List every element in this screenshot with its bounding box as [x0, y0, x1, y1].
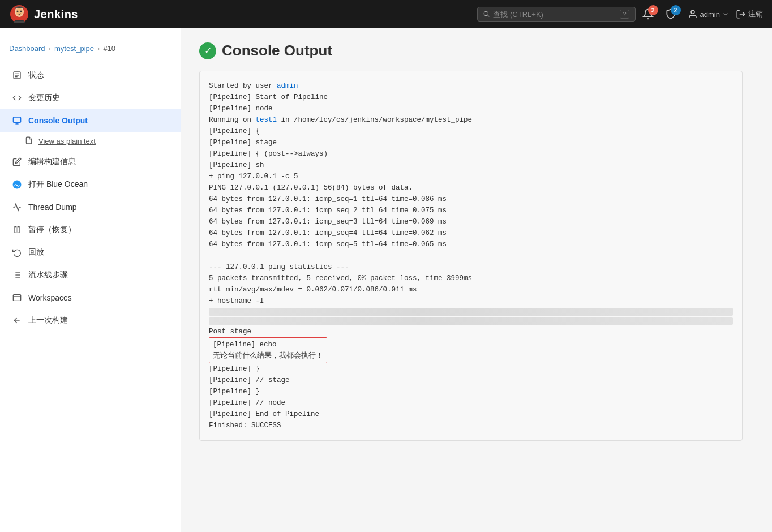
sidebar-item-workspaces-label: Workspaces: [28, 293, 72, 302]
sidebar-item-prev-build[interactable]: 上一次构建: [0, 309, 181, 332]
username-label: admin: [700, 10, 720, 19]
sidebar-item-changes[interactable]: 变更历史: [0, 87, 181, 109]
breadcrumb: Dashboard › mytest_pipe › #10: [0, 37, 181, 59]
console-blurred-1: [209, 308, 733, 316]
admin-link[interactable]: admin: [277, 82, 298, 90]
svg-line-8: [487, 15, 489, 17]
logout-icon: [736, 9, 746, 19]
sidebar-item-pause[interactable]: 暂停（恢复）: [0, 218, 181, 241]
console-line-19: Post stage: [209, 326, 733, 337]
search-icon: [483, 10, 490, 18]
steps-icon: [11, 269, 23, 281]
help-button[interactable]: ?: [620, 10, 629, 19]
console-line-21: [Pipeline] // stage: [209, 375, 733, 386]
sidebar-item-blue-ocean-label: 打开 Blue Ocean: [28, 179, 88, 190]
breadcrumb-sep-2: ›: [97, 44, 100, 53]
console-line-22: [Pipeline] }: [209, 386, 733, 397]
sidebar: Dashboard › mytest_pipe › #10 状态 变更历史: [0, 28, 181, 532]
console-line-13: 64 bytes from 127.0.0.1: icmp_seq=4 ttl=…: [209, 228, 733, 239]
echo-highlight: [Pipeline] echo无论当前什么结果，我都会执行！: [209, 337, 327, 363]
console-line-1: [Pipeline] Start of Pipeline: [209, 92, 733, 103]
console-output-box: Started by user admin [Pipeline] Start o…: [199, 71, 743, 441]
security-badge: 2: [671, 5, 681, 15]
svg-rect-20: [18, 227, 19, 233]
console-line-8: + ping 127.0.0.1 -c 5: [209, 171, 733, 182]
console-line-0: Started by user admin: [209, 80, 733, 92]
doc-icon: [25, 136, 33, 146]
console-line-23: [Pipeline] // node: [209, 397, 733, 409]
page-title: Console Output: [222, 42, 332, 59]
edit-icon: [11, 156, 23, 168]
sidebar-item-edit-build[interactable]: 编辑构建信息: [0, 151, 181, 173]
header-icons: 2 2 admin 注销: [642, 8, 763, 20]
svg-rect-19: [15, 227, 16, 233]
svg-point-18: [13, 181, 22, 189]
sidebar-item-status[interactable]: 状态: [0, 64, 181, 87]
console-line-2: [Pipeline] node: [209, 103, 733, 114]
page-title-row: ✓ Console Output: [199, 42, 754, 59]
header: Jenkins ? 2 2 admin 注销: [0, 0, 772, 28]
svg-point-3: [17, 11, 19, 12]
notifications-button[interactable]: 2: [642, 8, 654, 20]
svg-point-9: [691, 10, 694, 14]
jenkins-logo-icon: [9, 4, 29, 24]
console-line-25: Finished: SUCCESS: [209, 420, 733, 431]
user-menu[interactable]: admin: [688, 9, 729, 19]
sidebar-item-edit-label: 编辑构建信息: [28, 157, 76, 167]
file-icon: [11, 70, 23, 81]
console-line-9: PING 127.0.0.1 (127.0.0.1) 56(84) bytes …: [209, 182, 733, 194]
pause-icon: [11, 224, 23, 235]
breadcrumb-pipe[interactable]: mytest_pipe: [54, 44, 94, 53]
console-line-7: [Pipeline] sh: [209, 160, 733, 171]
thread-icon: [11, 201, 23, 213]
sidebar-item-plaintext[interactable]: View as plain text: [0, 132, 181, 151]
blue-ocean-icon: [11, 179, 23, 190]
sidebar-item-pause-label: 暂停（恢复）: [28, 225, 76, 235]
console-icon: [11, 115, 23, 126]
sidebar-item-console[interactable]: Console Output: [0, 109, 181, 132]
sidebar-item-status-label: 状态: [28, 70, 44, 80]
sidebar-item-console-label: Console Output: [28, 116, 88, 125]
code-icon: [11, 92, 23, 104]
breadcrumb-sep-1: ›: [49, 44, 51, 53]
sidebar-nav: 状态 变更历史 Console Output View as plain tex…: [0, 64, 181, 332]
console-line-echo: [Pipeline] echo无论当前什么结果，我都会执行！: [209, 337, 733, 363]
search-bar[interactable]: ?: [477, 7, 636, 22]
sidebar-item-pipeline-steps[interactable]: 流水线步骤: [0, 264, 181, 286]
logout-label: 注销: [748, 9, 763, 19]
console-line-4: [Pipeline] {: [209, 126, 733, 137]
svg-rect-6: [14, 21, 25, 23]
breadcrumb-dashboard[interactable]: Dashboard: [9, 44, 45, 53]
sidebar-item-prev-label: 上一次构建: [28, 315, 68, 325]
svg-point-7: [484, 11, 488, 15]
console-line-17: rtt min/avg/max/mdev = 0.062/0.071/0.086…: [209, 284, 733, 295]
chevron-down-icon: [722, 11, 729, 18]
sidebar-item-thread-dump[interactable]: Thread Dump: [0, 196, 181, 218]
layout: Dashboard › mytest_pipe › #10 状态 变更历史: [0, 28, 772, 532]
sidebar-item-plaintext-label: View as plain text: [38, 137, 96, 145]
sidebar-item-replay[interactable]: 回放: [0, 241, 181, 264]
sidebar-item-workspaces[interactable]: Workspaces: [0, 286, 181, 309]
svg-rect-27: [13, 295, 20, 301]
console-line-24: [Pipeline] End of Pipeline: [209, 409, 733, 420]
logout-button[interactable]: 注销: [736, 9, 763, 19]
sidebar-item-thread-label: Thread Dump: [28, 203, 77, 212]
success-icon: ✓: [199, 42, 216, 59]
console-line-blank: [209, 250, 733, 261]
sidebar-item-blue-ocean[interactable]: 打开 Blue Ocean: [0, 173, 181, 196]
console-line-15: --- 127.0.0.1 ping statistics ---: [209, 261, 733, 273]
console-line-16: 5 packets transmitted, 5 received, 0% pa…: [209, 273, 733, 284]
svg-rect-15: [13, 117, 20, 122]
console-line-12: 64 bytes from 127.0.0.1: icmp_seq=3 ttl=…: [209, 216, 733, 228]
jenkins-logo-link[interactable]: Jenkins: [9, 4, 78, 24]
console-line-11: 64 bytes from 127.0.0.1: icmp_seq=2 ttl=…: [209, 205, 733, 216]
console-line-10: 64 bytes from 127.0.0.1: icmp_seq=1 ttl=…: [209, 194, 733, 205]
breadcrumb-build: #10: [103, 44, 115, 53]
notifications-badge: 2: [648, 5, 658, 15]
security-button[interactable]: 2: [665, 8, 676, 20]
console-line-20: [Pipeline] }: [209, 363, 733, 375]
console-line-3: Running on test1 in /home/lcy/cs/jenkins…: [209, 114, 733, 126]
user-icon: [688, 9, 698, 19]
search-input[interactable]: [493, 10, 616, 19]
console-line-18: + hostname -I: [209, 295, 733, 307]
